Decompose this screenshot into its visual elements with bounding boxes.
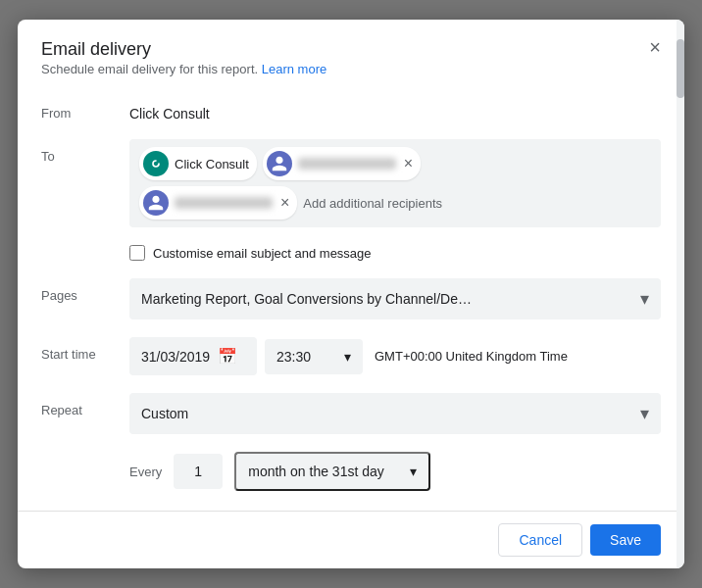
from-row: From Click Consult <box>41 96 661 122</box>
repeat-dropdown[interactable]: Custom ▾ <box>129 393 661 434</box>
repeat-value: Custom <box>141 406 188 421</box>
cancel-button[interactable]: Cancel <box>498 523 582 557</box>
to-container: Click Consult × <box>129 139 661 227</box>
pages-value: Marketing Report, Goal Conversions by Ch… <box>141 291 475 307</box>
period-dropdown[interactable]: month on the 31st day ▾ <box>234 452 430 491</box>
customise-row: Customise email subject and message <box>129 245 661 261</box>
save-button[interactable]: Save <box>590 524 661 556</box>
start-time-controls: 31/03/2019 📅 23:30 ▾ GMT+00:00 United Ki… <box>129 337 661 375</box>
pages-row: Pages Marketing Report, Goal Conversions… <box>41 278 661 319</box>
repeat-content: Custom ▾ <box>129 393 661 434</box>
pages-label: Pages <box>41 278 129 303</box>
customise-checkbox[interactable] <box>129 245 145 261</box>
repeat-label: Repeat <box>41 393 129 417</box>
header-text: Email delivery Schedule email delivery f… <box>41 39 326 76</box>
time-dropdown[interactable]: 23:30 ▾ <box>265 339 363 374</box>
dialog-footer: Cancel Save <box>18 511 684 568</box>
dialog-body: From Click Consult To <box>18 84 684 511</box>
start-time-label: Start time <box>41 337 129 362</box>
recipient-chip-2: × <box>263 147 421 180</box>
learn-more-link[interactable]: Learn more <box>262 62 326 76</box>
date-picker[interactable]: 31/03/2019 📅 <box>129 337 257 375</box>
scrollbar-track[interactable] <box>677 20 684 568</box>
blurred-email-1 <box>298 158 396 170</box>
repeat-chevron-down-icon: ▾ <box>640 403 649 424</box>
from-content: Click Consult <box>129 96 661 122</box>
user-avatar-2 <box>143 190 169 216</box>
close-button[interactable]: × <box>649 37 661 57</box>
dialog-title: Email delivery <box>41 39 326 60</box>
from-value: Click Consult <box>129 96 661 122</box>
remove-recipient-1-button[interactable]: × <box>404 156 413 172</box>
recipient-name-1: Click Consult <box>175 157 249 172</box>
from-label: From <box>41 96 129 121</box>
time-value: 23:30 <box>276 349 311 365</box>
recipient-chip-3: × <box>139 186 297 220</box>
date-value: 31/03/2019 <box>141 349 210 365</box>
recipient-row-1: Click Consult × <box>139 147 651 180</box>
recipient-chip-1: Click Consult <box>139 147 257 180</box>
user-avatar-1 <box>267 151 292 176</box>
remove-recipient-2-button[interactable]: × <box>280 195 289 211</box>
add-recipient-button[interactable]: Add additional recipients <box>303 196 442 211</box>
pages-content: Marketing Report, Goal Conversions by Ch… <box>129 278 661 319</box>
click-consult-logo <box>143 151 169 176</box>
customise-label[interactable]: Customise email subject and message <box>153 246 372 261</box>
scrollbar-thumb[interactable] <box>677 39 684 98</box>
period-chevron-down-icon: ▾ <box>410 464 417 479</box>
every-row: Every 1 month on the 31st day ▾ <box>129 452 661 491</box>
dialog-subtitle: Schedule email delivery for this report.… <box>41 62 326 76</box>
timezone-label: GMT+00:00 United Kingdom Time <box>375 349 568 364</box>
to-row: To Click Consult <box>41 139 661 227</box>
start-time-content: 31/03/2019 📅 23:30 ▾ GMT+00:00 United Ki… <box>129 337 661 375</box>
blurred-email-2 <box>175 197 273 209</box>
email-delivery-dialog: Email delivery Schedule email delivery f… <box>18 20 684 568</box>
every-number-input[interactable]: 1 <box>174 454 223 489</box>
time-chevron-down-icon: ▾ <box>344 349 351 365</box>
start-time-row: Start time 31/03/2019 📅 23:30 ▾ GMT+00:0… <box>41 337 661 375</box>
dialog-header: Email delivery Schedule email delivery f… <box>18 20 684 84</box>
recipient-row-2: × Add additional recipients <box>139 186 651 220</box>
chevron-down-icon: ▾ <box>640 288 649 310</box>
period-value: month on the 31st day <box>248 464 384 479</box>
svg-point-0 <box>149 157 164 172</box>
pages-dropdown[interactable]: Marketing Report, Goal Conversions by Ch… <box>129 278 661 319</box>
to-label: To <box>41 139 129 164</box>
repeat-row: Repeat Custom ▾ <box>41 393 661 434</box>
to-content: Click Consult × <box>129 139 661 227</box>
calendar-icon: 📅 <box>218 347 237 366</box>
every-label: Every <box>129 465 162 479</box>
